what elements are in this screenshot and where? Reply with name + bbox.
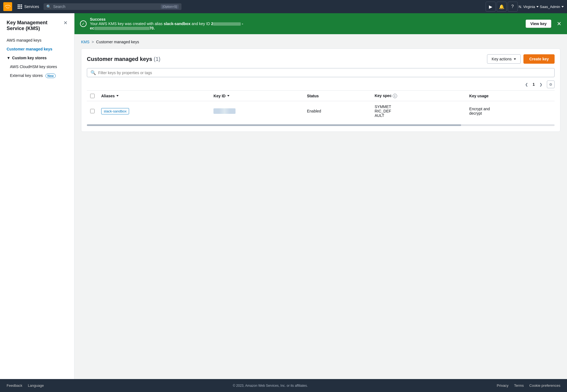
region-selector[interactable]: N. Virginia <box>519 5 539 9</box>
key-actions-chevron <box>514 58 516 60</box>
success-icon: ✓ <box>80 20 87 27</box>
footer-right: Privacy Terms Cookie preferences <box>497 383 560 388</box>
page-number: 1 <box>533 82 535 87</box>
footer-center: © 2023, Amazon Web Services, Inc. or its… <box>44 384 497 388</box>
sidebar-item-external-key-stores[interactable]: External key stores New <box>0 71 74 80</box>
main-layout: Key Management Service (KMS) ✕ AWS manag… <box>0 13 567 379</box>
aws-logo <box>3 2 12 11</box>
row-status: Enabled <box>307 109 321 113</box>
row-key-usage-cell: Encrypt anddecrypt <box>466 101 555 121</box>
key-id-sort-icon <box>227 95 229 96</box>
success-title: Success <box>90 17 106 22</box>
table-count: (1) <box>154 56 160 62</box>
services-label: Services <box>24 4 39 9</box>
sidebar-custom-key-stores-section[interactable]: ▼ Custom key stores <box>0 53 74 62</box>
sidebar-title-text: Key Management Service (KMS) <box>7 20 47 31</box>
next-page-button[interactable]: ❯ <box>537 80 545 88</box>
table-title-text: Customer managed keys <box>87 56 152 62</box>
row-alias-cell: slack-sandbox <box>98 101 210 121</box>
footer: Feedback Language © 2023, Amazon Web Ser… <box>0 379 567 392</box>
col-key-usage: Key usage <box>466 91 555 101</box>
key-actions-button[interactable]: Key actions <box>487 54 521 64</box>
table-settings-button[interactable]: ⚙ <box>547 80 555 88</box>
select-all-checkbox[interactable] <box>90 94 95 98</box>
create-key-button[interactable]: Create key <box>523 54 555 64</box>
breadcrumb-separator: > <box>92 40 94 44</box>
custom-key-stores-label: Custom key stores <box>12 56 47 60</box>
breadcrumb-kms-link[interactable]: KMS <box>81 40 89 44</box>
region-chevron <box>536 6 539 7</box>
footer-left: Feedback Language <box>7 383 44 388</box>
aliases-sort[interactable]: Aliases <box>101 94 119 98</box>
table-header: Customer managed keys (1) Key actions Cr… <box>87 54 555 64</box>
search-icon: 🔍 <box>46 4 51 9</box>
success-message-prefix: Your AWS KMS key was created with alias <box>90 22 164 26</box>
external-key-stores-label: External key stores <box>10 73 43 78</box>
account-label: Saas_Admin <box>540 5 560 9</box>
col-key-id: Key ID <box>210 91 304 101</box>
table-row: slack-sandbox Enabled SYMMETRIC_DEFAULT <box>87 101 555 121</box>
select-all-checkbox-header <box>87 91 98 101</box>
region-label: N. Virginia <box>519 5 535 9</box>
key-actions-label: Key actions <box>492 57 512 61</box>
footer-cookie-pref[interactable]: Cookie preferences <box>529 383 560 388</box>
col-aliases: Aliases <box>98 91 210 101</box>
aws-managed-keys-label: AWS managed keys <box>7 38 41 42</box>
table-search-icon: 🔍 <box>90 70 96 75</box>
key-id-redacted <box>213 108 236 114</box>
page-content: KMS > Customer managed keys Customer man… <box>74 34 567 379</box>
horizontal-scrollbar[interactable] <box>87 124 555 126</box>
success-message-mid: and key ID <box>192 22 211 26</box>
table-search-input[interactable] <box>98 71 551 75</box>
footer-copyright: © 2023, Amazon Web Services, Inc. or its… <box>233 384 308 388</box>
row-checkbox[interactable] <box>90 109 95 113</box>
table-actions: Key actions Create key <box>487 54 555 64</box>
pagination: ❮ 1 ❯ ⚙ <box>87 80 555 88</box>
row-key-spec-cell: SYMMETRIC_DEFAULT <box>371 101 466 121</box>
table-title: Customer managed keys (1) <box>87 56 161 62</box>
footer-feedback[interactable]: Feedback <box>7 383 22 388</box>
account-selector[interactable]: Saas_Admin <box>540 5 564 9</box>
sidebar-close-btn[interactable]: ✕ <box>63 20 68 26</box>
key-id-sort[interactable]: Key ID <box>213 94 229 98</box>
services-menu[interactable]: Services <box>15 3 41 10</box>
success-alias: slack-sandbox <box>164 22 190 26</box>
footer-terms[interactable]: Terms <box>514 383 524 388</box>
help-icon-btn[interactable]: ? <box>508 2 518 12</box>
prev-page-button[interactable]: ❮ <box>523 80 530 88</box>
top-nav: Services 🔍 [Option+S] ▶ 🔔 ? N. Virginia … <box>0 0 567 13</box>
sidebar: Key Management Service (KMS) ✕ AWS manag… <box>0 13 74 379</box>
search-bar[interactable]: 🔍 [Option+S] <box>44 3 181 10</box>
shortcut-badge: [Option+S] <box>161 4 178 9</box>
key-spec-info-icon[interactable]: i <box>393 94 397 98</box>
row-key-id-cell <box>210 101 304 121</box>
footer-language[interactable]: Language <box>28 383 44 388</box>
sidebar-item-customer-managed-keys[interactable]: Customer managed keys <box>0 45 74 53</box>
key-alias-link[interactable]: slack-sandbox <box>101 108 129 114</box>
breadcrumb-current: Customer managed keys <box>96 40 139 44</box>
success-text: Success Your AWS KMS key was created wit… <box>90 17 522 30</box>
col-key-spec: Key spec i <box>371 91 466 101</box>
nav-icons: ▶ 🔔 ? N. Virginia Saas_Admin <box>486 2 564 12</box>
bell-icon-btn[interactable]: 🔔 <box>497 2 507 12</box>
account-chevron <box>561 6 564 7</box>
sidebar-item-aws-managed-keys[interactable]: AWS managed keys <box>0 36 74 45</box>
data-table: Aliases Key ID St <box>87 90 555 121</box>
key-spec-label: Key spec <box>375 93 391 98</box>
col-status: Status <box>304 91 371 101</box>
success-banner: ✓ Success Your AWS KMS key was created w… <box>74 13 567 34</box>
footer-privacy[interactable]: Privacy <box>497 383 509 388</box>
banner-close-button[interactable]: ✕ <box>557 20 561 27</box>
customer-managed-keys-label: Customer managed keys <box>7 47 52 51</box>
table-search-bar[interactable]: 🔍 <box>87 68 555 77</box>
row-key-spec: SYMMETRIC_DEFAULT <box>375 104 391 118</box>
terminal-icon-btn[interactable]: ▶ <box>486 2 496 12</box>
sidebar-item-cloudhsm[interactable]: AWS CloudHSM key stores <box>0 62 74 71</box>
cloudhsm-label: AWS CloudHSM key stores <box>10 65 57 69</box>
sidebar-nav: AWS managed keys Customer managed keys ▼… <box>0 36 74 375</box>
search-input[interactable] <box>53 4 159 9</box>
table-container: Customer managed keys (1) Key actions Cr… <box>81 49 560 132</box>
aliases-sort-icon <box>116 95 119 96</box>
view-key-button[interactable]: View key <box>526 20 551 28</box>
row-status-cell: Enabled <box>304 101 371 121</box>
